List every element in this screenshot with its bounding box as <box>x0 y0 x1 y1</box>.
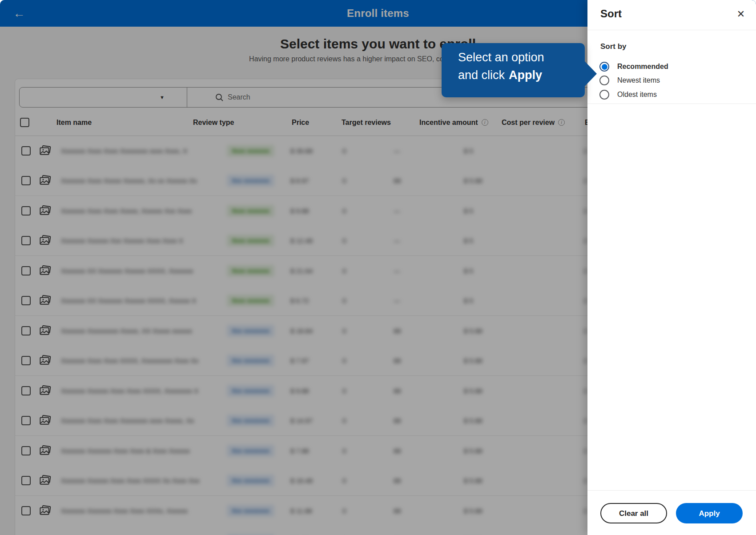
panel-divider <box>587 104 756 104</box>
radio-oldest-items[interactable]: Oldest items <box>599 89 657 100</box>
sort-by-label: Sort by <box>600 42 627 51</box>
radio-circle-icon <box>599 90 609 100</box>
radio-circle-icon <box>599 76 609 85</box>
radio-newest-items[interactable]: Newest items <box>599 75 660 86</box>
radio-recommended[interactable]: Recommended <box>599 61 668 72</box>
sort-panel: Sort ✕ Sort by Recommended Newest items … <box>587 0 756 535</box>
enroll-items-screen: ← Enroll items Select items you want to … <box>0 0 756 535</box>
clear-all-button[interactable]: Clear all <box>600 503 667 523</box>
panel-divider <box>587 30 756 30</box>
radio-circle-icon <box>599 62 609 72</box>
tooltip-line1: Select an option <box>458 51 544 64</box>
tooltip-line2: and clickApply <box>458 68 542 82</box>
sort-panel-title: Sort <box>600 8 622 20</box>
close-icon[interactable]: ✕ <box>736 9 746 20</box>
panel-footer-divider <box>587 490 756 491</box>
apply-button[interactable]: Apply <box>676 503 743 523</box>
tooltip-arrow-icon <box>584 61 597 87</box>
coachmark-tooltip: Select an option and clickApply <box>442 43 585 97</box>
